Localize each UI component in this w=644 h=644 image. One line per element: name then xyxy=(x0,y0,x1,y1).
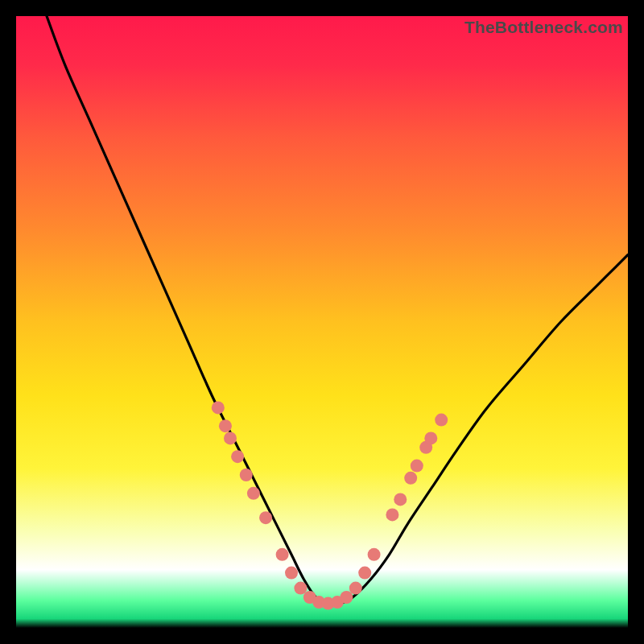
marker-dot xyxy=(219,419,232,432)
marker-dot xyxy=(212,401,225,414)
bottleneck-chart xyxy=(16,16,628,628)
marker-dot xyxy=(259,511,272,524)
marker-dot xyxy=(276,548,289,561)
marker-dot xyxy=(424,431,437,444)
watermark-text: TheBottleneck.com xyxy=(464,18,623,37)
marker-dot xyxy=(224,431,237,444)
marker-dot xyxy=(247,487,260,500)
marker-dot xyxy=(240,469,253,481)
chart-frame: TheBottleneck.com xyxy=(16,16,628,628)
marker-dot xyxy=(340,591,353,604)
gradient-background xyxy=(16,16,628,628)
marker-dot xyxy=(368,548,381,561)
marker-dot xyxy=(285,567,298,580)
marker-dot xyxy=(394,493,407,506)
marker-dot xyxy=(349,582,362,595)
marker-dot xyxy=(231,450,244,463)
marker-dot xyxy=(435,414,448,427)
marker-dot xyxy=(386,508,398,521)
marker-dot xyxy=(358,567,371,580)
marker-dot xyxy=(404,472,417,485)
marker-dot xyxy=(294,582,307,595)
marker-dot xyxy=(411,460,423,473)
